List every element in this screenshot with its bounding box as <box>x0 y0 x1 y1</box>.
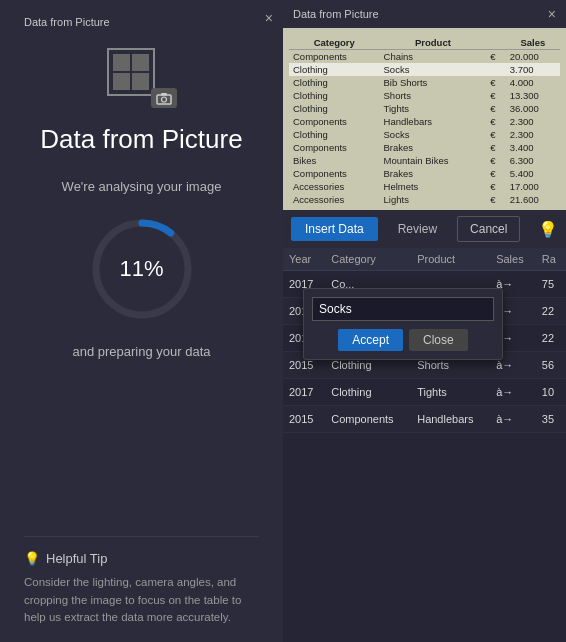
cell-edit-popup: Accept Close <box>303 288 503 360</box>
insert-data-button[interactable]: Insert Data <box>291 217 378 241</box>
preview-row: ClothingTights€36.000 <box>289 102 560 115</box>
cell-year: 2017 <box>283 379 325 406</box>
preview-row: ComponentsBrakes€5.400 <box>289 167 560 180</box>
preview-col-currency <box>486 36 505 50</box>
left-close-button[interactable]: × <box>265 10 273 26</box>
col-year: Year <box>283 248 325 271</box>
preview-row: BikesMountain Bikes€6.300 <box>289 154 560 167</box>
lightbulb-action-icon: 💡 <box>538 220 558 239</box>
cell-ra: 75 <box>536 271 566 298</box>
preview-row: ComponentsHandlebars€2.300 <box>289 115 560 128</box>
right-window-title: Data from Picture <box>293 8 379 20</box>
accept-button[interactable]: Accept <box>338 329 403 351</box>
cell-edit-input[interactable] <box>312 297 494 321</box>
cancel-button[interactable]: Cancel <box>457 216 520 242</box>
preview-row: ComponentsChains€20.000 <box>289 50 560 64</box>
svg-rect-2 <box>161 93 167 96</box>
cell-year: 2015 <box>283 406 325 433</box>
cell-ra: 56 <box>536 352 566 379</box>
right-close-button[interactable]: × <box>548 6 556 22</box>
popup-buttons: Accept Close <box>312 329 494 351</box>
preview-row: ClothingSocks€2.300 <box>289 128 560 141</box>
data-from-picture-icon <box>107 48 177 108</box>
preview-col-sales: Sales <box>506 36 560 50</box>
cell-currency: à→ <box>490 379 536 406</box>
grid-icon <box>107 48 155 96</box>
left-window-title: Data from Picture <box>24 16 110 28</box>
col-category: Category <box>325 248 411 271</box>
helpful-tip-title: 💡 Helpful Tip <box>24 551 259 566</box>
helpful-tip-text: Consider the lighting, camera angles, an… <box>24 574 259 626</box>
cell-product: Handlebars <box>411 406 490 433</box>
cell-category: Clothing <box>325 379 411 406</box>
preview-col-category: Category <box>289 36 380 50</box>
left-panel: Data from Picture × Data from Picture We… <box>0 0 283 642</box>
close-popup-button[interactable]: Close <box>409 329 468 351</box>
preview-row: ClothingBib Shorts€4.000 <box>289 76 560 89</box>
preview-col-product: Product <box>380 36 487 50</box>
review-button[interactable]: Review <box>384 217 451 241</box>
preview-row: ClothingShorts€13.300 <box>289 89 560 102</box>
data-table-wrapper[interactable]: Accept Close Year Category Product Sales… <box>283 248 566 642</box>
cell-currency: à→ <box>490 406 536 433</box>
cell-category: Components <box>325 406 411 433</box>
cell-ra: 22 <box>536 325 566 352</box>
preview-table: Category Product Sales ComponentsChains€… <box>289 36 560 206</box>
progress-circle: 11% <box>87 214 197 324</box>
col-product: Product <box>411 248 490 271</box>
progress-percent: 11% <box>119 256 163 282</box>
preview-row: AccessoriesHelmets€17.000 <box>289 180 560 193</box>
preparing-text: and preparing your data <box>72 344 210 359</box>
right-panel: Data from Picture × Category Product Sal… <box>283 0 566 642</box>
helpful-tip-section: 💡 Helpful Tip Consider the lighting, cam… <box>24 536 259 626</box>
preview-row: ComponentsBrakes€3.400 <box>289 141 560 154</box>
col-sales: Sales <box>490 248 536 271</box>
main-title: Data from Picture <box>40 124 242 155</box>
data-table-header: Year Category Product Sales Ra <box>283 248 566 271</box>
image-preview-area: Category Product Sales ComponentsChains€… <box>283 28 566 210</box>
col-ra: Ra <box>536 248 566 271</box>
cell-ra: 22 <box>536 298 566 325</box>
table-row: 2015 Components Handlebars à→ 35 <box>283 406 566 433</box>
helpful-tip-label: Helpful Tip <box>46 551 107 566</box>
camera-icon <box>151 88 177 108</box>
lightbulb-icon: 💡 <box>24 551 40 566</box>
table-row: 2017 Clothing Tights à→ 10 <box>283 379 566 406</box>
preview-row-highlighted: ClothingSocks3.700 <box>289 63 560 76</box>
cell-product: Tights <box>411 379 490 406</box>
right-title-bar: Data from Picture × <box>283 0 566 28</box>
preview-table-header: Category Product Sales <box>289 36 560 50</box>
cell-ra: 35 <box>536 406 566 433</box>
svg-point-1 <box>161 97 166 102</box>
analyzing-text: We're analysing your image <box>62 179 222 194</box>
preview-row: AccessoriesLights€21.600 <box>289 193 560 206</box>
cell-ra: 10 <box>536 379 566 406</box>
svg-rect-0 <box>157 95 171 104</box>
action-bar: Insert Data Review Cancel 💡 <box>283 210 566 248</box>
